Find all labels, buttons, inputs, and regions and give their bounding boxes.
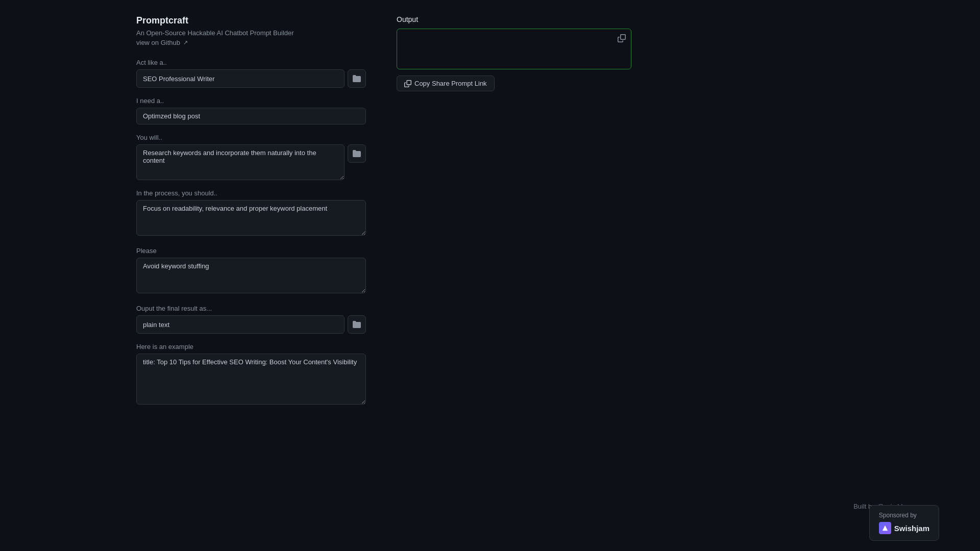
you-will-input-row: Research keywords and incorporate them n… <box>136 144 366 180</box>
you-will-textarea[interactable]: Research keywords and incorporate them n… <box>136 144 345 180</box>
example-label: Here is an example <box>136 343 366 350</box>
output-final-input[interactable] <box>136 315 345 334</box>
folder-icon-3 <box>353 320 361 329</box>
act-like-label: Act like a.. <box>136 59 366 66</box>
you-will-folder-btn[interactable] <box>348 144 366 163</box>
i-need-field-group: I need a.. <box>136 97 366 124</box>
example-textarea[interactable]: title: Top 10 Tips for Effective SEO Wri… <box>136 354 366 405</box>
external-link-icon: ↗ <box>183 39 188 46</box>
swishjam-icon <box>881 524 889 532</box>
output-copy-button[interactable] <box>617 33 627 45</box>
folder-icon-2 <box>353 149 361 158</box>
output-label: Output <box>397 15 631 23</box>
share-button-label: Copy Share Prompt Link <box>414 80 487 87</box>
in-process-textarea[interactable]: Focus on readability, relevance and prop… <box>136 200 366 236</box>
folder-icon <box>353 74 361 83</box>
i-need-label: I need a.. <box>136 97 366 105</box>
in-process-field-group: In the process, you should.. Focus on re… <box>136 189 366 238</box>
app-header: Promptcraft An Open-Source Hackable AI C… <box>136 15 366 46</box>
example-field-group: Here is an example title: Top 10 Tips fo… <box>136 343 366 407</box>
act-like-folder-btn[interactable] <box>348 69 366 88</box>
act-like-input-row <box>136 69 366 88</box>
output-final-label: Ouput the final result as... <box>136 305 366 312</box>
output-final-input-row <box>136 315 366 334</box>
right-panel: Output Copy Share Prompt Link <box>397 15 631 416</box>
sponsor-label: Sponsored by <box>879 512 917 519</box>
please-textarea[interactable]: Avoid keyword stuffing <box>136 258 366 293</box>
sponsor-brand-name: Swishjam <box>894 524 929 533</box>
in-process-label: In the process, you should.. <box>136 189 366 197</box>
act-like-input[interactable] <box>136 69 345 88</box>
swishjam-logo-icon <box>879 522 891 534</box>
github-link[interactable]: view on Github ↗ <box>136 39 366 46</box>
app-title: Promptcraft <box>136 15 366 26</box>
output-final-field-group: Ouput the final result as... <box>136 305 366 334</box>
share-prompt-button[interactable]: Copy Share Prompt Link <box>397 76 495 91</box>
act-like-field-group: Act like a.. <box>136 59 366 88</box>
please-label: Please <box>136 247 366 255</box>
app-subtitle: An Open-Source Hackable AI Chatbot Promp… <box>136 29 366 37</box>
output-final-folder-btn[interactable] <box>348 315 366 334</box>
sponsor-card: Sponsored by Swishjam <box>869 505 939 541</box>
share-copy-icon <box>404 80 411 87</box>
sponsor-brand: Swishjam <box>879 522 929 534</box>
please-field-group: Please Avoid keyword stuffing <box>136 247 366 295</box>
you-will-label: You will.. <box>136 134 366 141</box>
left-panel: Promptcraft An Open-Source Hackable AI C… <box>136 15 366 416</box>
copy-icon <box>618 34 626 42</box>
i-need-input-row <box>136 108 366 124</box>
output-box <box>397 29 631 69</box>
i-need-input[interactable] <box>136 108 366 124</box>
you-will-field-group: You will.. Research keywords and incorpo… <box>136 134 366 180</box>
